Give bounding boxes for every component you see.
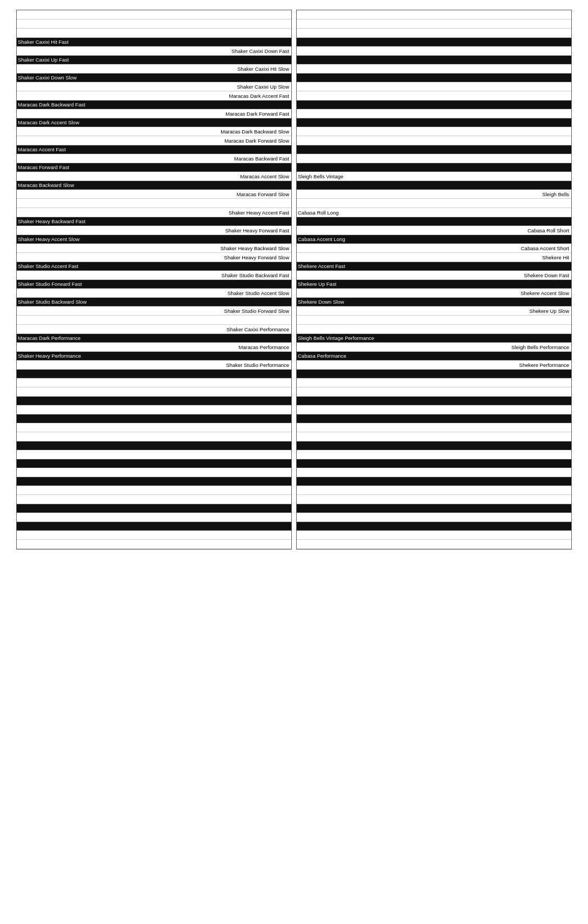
piano-row: Maracas Dark Performance bbox=[17, 334, 291, 343]
piano-row: Maracas Backward Slow bbox=[17, 181, 291, 190]
key-label-left: Shekere Down Slow bbox=[297, 298, 345, 306]
piano-row bbox=[17, 316, 291, 325]
piano-row: Cabasa Roll Short bbox=[297, 226, 571, 235]
key-label-right: Shaker Heavy Accent Fast bbox=[229, 208, 291, 217]
piano-row bbox=[297, 136, 571, 145]
piano-row bbox=[17, 423, 291, 432]
piano-row bbox=[297, 19, 571, 29]
key-label-right: Shaker Caxixi Hit Slow bbox=[237, 64, 291, 73]
piano-row: Shaker Heavy Forward Fast bbox=[17, 226, 291, 235]
piano-row: Shaker Caxixi Up Fast bbox=[17, 56, 291, 64]
piano-row bbox=[297, 450, 571, 459]
piano-row bbox=[17, 405, 291, 414]
piano-row: Shaker Caxixi Down Fast bbox=[17, 46, 291, 56]
piano-row: Shaker Studio Backward Slow bbox=[17, 298, 291, 306]
key-label-left: Maracas Dark Performance bbox=[17, 334, 82, 342]
piano-row bbox=[17, 370, 291, 378]
piano-row: Maracas Dark Forward Fast bbox=[17, 109, 291, 118]
piano-row bbox=[17, 432, 291, 441]
piano-row: Shaker Heavy Forward Slow bbox=[17, 253, 291, 262]
piano-row bbox=[297, 468, 571, 477]
piano-row bbox=[297, 378, 571, 387]
column2: C5C4Sleigh Bells VintageSleigh BellsCaba… bbox=[296, 10, 572, 550]
piano-row bbox=[297, 459, 571, 468]
piano-row bbox=[17, 486, 291, 495]
piano-row bbox=[297, 217, 571, 226]
key-label-right: Shaker Studio Backward Fast bbox=[222, 271, 291, 279]
key-label-left: Shaker Caxixi Up Fast bbox=[17, 56, 70, 64]
piano-row bbox=[297, 522, 571, 531]
piano-row: C2Shaker Studio Performance bbox=[17, 360, 291, 370]
key-label-right: Shekere Accent Slow bbox=[520, 289, 571, 297]
piano-row bbox=[297, 118, 571, 127]
piano-row bbox=[297, 46, 571, 56]
piano-row: C4Maracas Dark Backward Slow bbox=[17, 127, 291, 136]
key-label-right: Shaker Studio Performance bbox=[226, 360, 291, 369]
piano-row: Shekere Up Slow bbox=[297, 306, 571, 316]
key-label-right: Shaker Heavy Forward Fast bbox=[225, 226, 291, 235]
key-label-left: Shaker Caxixi Down Slow bbox=[17, 73, 78, 82]
key-label-right: Shaker Studio Forward Slow bbox=[224, 306, 291, 315]
piano-row: C4 bbox=[297, 127, 571, 136]
piano-row bbox=[297, 370, 571, 378]
key-label-left: Sleigh Bells Vintage Performance bbox=[297, 334, 375, 342]
piano-row: Shekere Up Fast bbox=[297, 280, 571, 289]
piano-row bbox=[297, 64, 571, 73]
piano-row: Sleigh Bells Vintage bbox=[297, 172, 571, 181]
piano-row: Shaker Caxixi Down Slow bbox=[17, 73, 291, 82]
piano-row: Shaker Studio Backward Fast bbox=[17, 271, 291, 280]
piano-row: Sleigh Bells bbox=[297, 190, 571, 199]
piano-row bbox=[17, 468, 291, 477]
piano-row bbox=[297, 163, 571, 172]
piano-row bbox=[17, 199, 291, 208]
key-label-right: Shaker Studio Accent Slow bbox=[228, 289, 291, 297]
piano-row bbox=[17, 19, 291, 29]
key-label-right: Maracas Performance bbox=[239, 343, 291, 351]
piano-row: Maracas Dark Forward Slow bbox=[17, 136, 291, 145]
key-label-right: Shaker Heavy Backward Slow bbox=[220, 244, 291, 252]
column1: C5Shaker Caxixi Hit FastShaker Caxixi Do… bbox=[16, 10, 292, 550]
piano-row bbox=[17, 378, 291, 387]
piano-row bbox=[297, 56, 571, 64]
piano-row: Sleigh Bells Performance bbox=[297, 343, 571, 352]
piano-row: Maracas Forward Slow bbox=[17, 190, 291, 199]
key-label-right: Cabasa Accent Short bbox=[521, 244, 571, 252]
piano-row bbox=[17, 495, 291, 504]
piano-row bbox=[17, 522, 291, 531]
key-label-right: Maracas Dark Backward Slow bbox=[220, 127, 291, 136]
key-label-left: Shaker Studio Accent Fast bbox=[17, 262, 79, 270]
piano-row: Maracas Performance bbox=[17, 343, 291, 352]
piano-row bbox=[297, 405, 571, 414]
piano-row: Cabasa Performance bbox=[297, 352, 571, 360]
piano-row: Shaker Studio Accent Fast bbox=[17, 262, 291, 271]
key-label-right: Sleigh Bells Performance bbox=[511, 343, 571, 351]
piano-row: Maracas Forward Fast bbox=[17, 163, 291, 172]
key-label-left: Shaker Heavy Backward Fast bbox=[17, 217, 86, 225]
piano-row bbox=[17, 477, 291, 486]
columns-container: C5Shaker Caxixi Hit FastShaker Caxixi Do… bbox=[0, 10, 588, 550]
piano-row bbox=[297, 325, 571, 334]
piano-row bbox=[297, 477, 571, 486]
piano-row: Maracas Accent Slow bbox=[17, 172, 291, 181]
key-label-left: Sleigh Bells Vintage bbox=[297, 172, 344, 180]
piano-row bbox=[297, 513, 571, 522]
key-label-left: Maracas Dark Backward Fast bbox=[17, 101, 86, 109]
key-label-left: Shaker Heavy Performance bbox=[17, 352, 82, 360]
piano-row: Shekere Accent Fast bbox=[297, 262, 571, 271]
piano-row bbox=[297, 101, 571, 109]
key-label-right: Maracas Dark Forward Fast bbox=[225, 109, 291, 118]
piano-row: C3Shaker Heavy Backward Slow bbox=[17, 244, 291, 253]
piano-row bbox=[297, 181, 571, 190]
key-label-right: Shekere Hit bbox=[542, 253, 571, 262]
piano-row: Maracas Accent Fast bbox=[17, 145, 291, 154]
piano-row: Shekere Down Fast bbox=[297, 271, 571, 280]
piano-row bbox=[297, 504, 571, 513]
piano-row bbox=[17, 414, 291, 423]
piano-row bbox=[297, 316, 571, 325]
key-label-right: Shaker Heavy Forward Slow bbox=[224, 253, 291, 262]
piano-row bbox=[297, 82, 571, 91]
piano-row: Shaker Caxixi Hit Fast bbox=[17, 38, 291, 46]
piano-row bbox=[297, 531, 571, 540]
piano-row bbox=[297, 73, 571, 82]
key-label-left: Shaker Studio Backward Slow bbox=[17, 298, 88, 306]
